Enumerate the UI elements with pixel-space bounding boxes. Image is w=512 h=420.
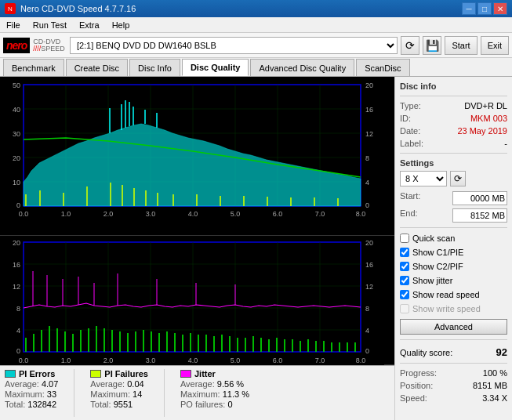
svg-rect-36 [39, 190, 41, 206]
svg-rect-107 [64, 331, 66, 352]
tab-advanced-disc-quality[interactable]: Advanced Disc Quality [250, 59, 354, 76]
minimize-button[interactable]: ─ [462, 2, 476, 15]
top-chart-svg: 50 40 30 20 10 0 20 16 12 8 4 0 0.0 1.0 … [0, 77, 384, 222]
speed-selector[interactable]: 8 X [400, 171, 447, 186]
menu-extra[interactable]: Extra [76, 20, 103, 31]
svg-rect-44 [172, 194, 174, 206]
svg-text:4: 4 [365, 179, 369, 186]
svg-rect-48 [267, 197, 268, 206]
start-button[interactable]: Start [445, 36, 477, 55]
svg-text:16: 16 [365, 106, 373, 114]
maximize-button[interactable]: □ [478, 2, 492, 15]
end-mb-input[interactable] [452, 208, 507, 223]
svg-text:12: 12 [365, 130, 373, 138]
speed-setting-row: 8 X ⟳ [400, 171, 507, 186]
bottom-chart: 20 16 12 8 4 0 20 16 12 8 4 0 0.0 1.0 2.… [0, 236, 394, 365]
advanced-button[interactable]: Advanced [400, 319, 507, 335]
legend-pi-errors: PI Errors Average: 4.07 Maximum: 33 Tota… [5, 369, 58, 417]
svg-text:16: 16 [365, 261, 373, 269]
checkboxes-divider [400, 227, 507, 228]
legend-area: PI Errors Average: 4.07 Maximum: 33 Tota… [0, 365, 394, 420]
disc-date-label: Date: [400, 126, 420, 136]
svg-text:20: 20 [13, 154, 20, 162]
checkbox-c1-pie: Show C1/PIE [400, 248, 507, 257]
end-mb-label: End: [400, 208, 418, 223]
legend-pi-failures: PI Failures Average: 0.04 Maximum: 14 To… [90, 369, 148, 417]
svg-rect-117 [143, 330, 144, 352]
svg-rect-142 [339, 342, 340, 352]
c2-pif-label: Show C2/PIF [412, 262, 463, 271]
svg-text:8.0: 8.0 [356, 210, 366, 218]
svg-rect-133 [268, 339, 270, 352]
svg-rect-113 [111, 330, 113, 352]
quality-score-label: Quality score: [400, 348, 452, 357]
svg-text:3.0: 3.0 [146, 210, 156, 218]
position-label: Position: [400, 381, 433, 390]
tab-disc-quality[interactable]: Disc Quality [182, 59, 249, 76]
svg-rect-35 [25, 194, 27, 206]
disc-label-value: - [504, 139, 507, 148]
svg-text:4.0: 4.0 [188, 210, 198, 218]
svg-rect-130 [245, 338, 246, 352]
refresh-icon[interactable]: ⟳ [401, 36, 419, 55]
svg-text:0: 0 [365, 201, 369, 209]
app-icon: N [5, 3, 16, 14]
svg-rect-144 [354, 342, 356, 352]
disc-id-label: ID: [400, 114, 411, 123]
svg-text:5.0: 5.0 [231, 210, 241, 218]
bottom-chart-svg: 20 16 12 8 4 0 20 16 12 8 4 0 0.0 1.0 2.… [0, 236, 384, 365]
svg-rect-37 [63, 193, 64, 206]
svg-rect-43 [157, 193, 158, 206]
menu-file[interactable]: File [3, 20, 24, 31]
disc-info-divider [400, 96, 507, 96]
tab-create-disc[interactable]: Create Disc [66, 59, 128, 76]
tab-benchmark[interactable]: Benchmark [3, 59, 64, 76]
c2-pif-checkbox[interactable] [400, 262, 409, 271]
toolbar: nero CD-DVD////SPEED [2:1] BENQ DVD DD D… [0, 33, 512, 58]
svg-text:50: 50 [13, 81, 20, 89]
svg-rect-138 [307, 339, 309, 352]
svg-rect-124 [198, 335, 199, 352]
menu-help[interactable]: Help [109, 20, 133, 31]
svg-rect-51 [337, 198, 339, 206]
drive-selector[interactable]: [2:1] BENQ DVD DD DW1640 BSLB [70, 37, 398, 54]
speed-value: 3.34 X [482, 393, 507, 403]
pi-errors-label: PI Errors [19, 369, 55, 378]
nero-logo: nero [3, 38, 30, 53]
window-title: Nero CD-DVD Speed 4.7.7.16 [20, 4, 136, 13]
tab-scandisc[interactable]: ScanDisc [356, 59, 409, 76]
jitter-checkbox[interactable] [400, 276, 409, 285]
disc-label-row: Label: - [400, 139, 507, 148]
svg-rect-108 [72, 334, 74, 352]
save-icon[interactable]: 💾 [423, 36, 441, 55]
read-speed-label: Show read speed [412, 290, 480, 299]
svg-rect-39 [110, 183, 111, 206]
legend-sep2 [164, 369, 165, 417]
checkbox-c2-pif: Show C2/PIF [400, 262, 507, 271]
read-speed-checkbox[interactable] [400, 290, 409, 299]
progress-divider [400, 363, 507, 364]
position-value: 8151 MB [473, 381, 507, 390]
start-mb-label: Start: [400, 191, 420, 205]
svg-rect-122 [182, 335, 183, 352]
tab-disc-info[interactable]: Disc Info [129, 59, 180, 76]
c1-pie-checkbox[interactable] [400, 248, 409, 257]
quick-scan-checkbox[interactable] [400, 234, 409, 243]
svg-rect-106 [56, 328, 58, 352]
speed-refresh-icon[interactable]: ⟳ [450, 171, 466, 186]
disc-id-row: ID: MKM 003 [400, 114, 507, 123]
svg-text:3.0: 3.0 [146, 357, 156, 364]
exit-button[interactable]: Exit [481, 36, 509, 55]
svg-rect-132 [260, 338, 262, 352]
svg-text:4.0: 4.0 [188, 357, 198, 364]
close-button[interactable]: ✕ [493, 2, 507, 15]
pi-errors-color [5, 370, 16, 378]
start-mb-input[interactable] [452, 191, 507, 205]
charts-area: 50 40 30 20 10 0 20 16 12 8 4 0 0.0 1.0 … [0, 77, 394, 420]
svg-text:6.0: 6.0 [273, 357, 283, 364]
svg-rect-137 [300, 341, 301, 352]
svg-rect-135 [284, 339, 285, 352]
svg-text:20: 20 [13, 239, 20, 247]
menu-run-test[interactable]: Run Test [30, 20, 70, 31]
write-speed-label: Show write speed [412, 304, 481, 313]
